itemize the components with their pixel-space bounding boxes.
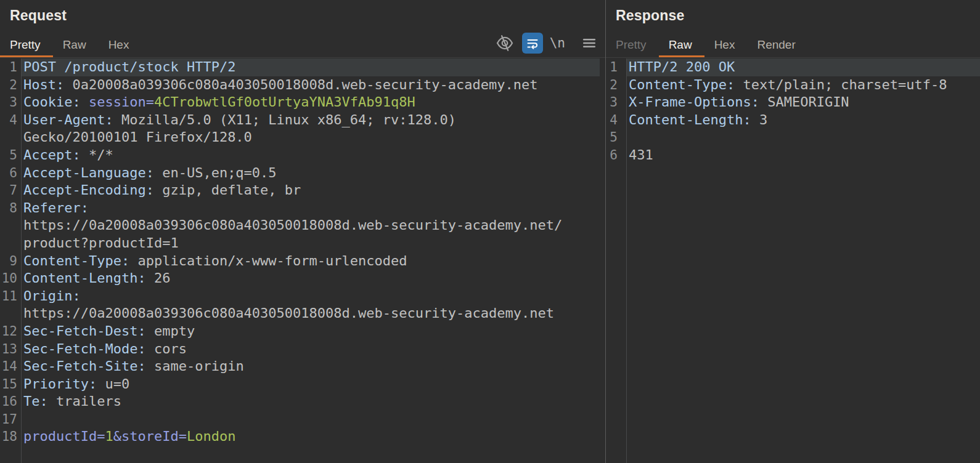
token-param: &storeId=: [113, 429, 187, 444]
request-tab-hex[interactable]: Hex: [108, 38, 129, 52]
token-val: Mozilla/5.0 (X11; Linux x86_64; rv:128.0…: [113, 112, 456, 127]
token-name: POST /product/stock HTTP/2: [23, 59, 235, 74]
line-content: Te: trailers: [22, 393, 600, 411]
token-name: Sec-Fetch-Mode:: [23, 341, 146, 356]
burp-message-viewer: { "colors": { "bg": "#2d2d2d", "accent_o…: [0, 0, 980, 463]
token-val: 431: [629, 147, 653, 163]
response-tab-pretty: Pretty: [616, 38, 647, 52]
request-toolbar: \n: [494, 33, 600, 54]
code-line: 10Content-Length: 26: [0, 270, 600, 288]
token-val: 3: [751, 112, 768, 127]
token-name: HTTP/2 200 OK: [629, 59, 735, 74]
code-line: 5: [606, 129, 980, 147]
token-val: same-origin: [146, 358, 244, 374]
request-panel: Request PrettyRawHex \n: [0, 0, 605, 463]
token-name: X-Frame-Options:: [629, 94, 759, 110]
line-number: 9: [0, 252, 22, 270]
response-tab-hex[interactable]: Hex: [714, 38, 735, 52]
line-number: 5: [0, 147, 22, 164]
line-content: Cookie: session=4CTrobwtlGf0otUrtyaYNA3V…: [22, 94, 600, 111]
line-number: 18: [0, 428, 22, 446]
menu-icon[interactable]: [579, 33, 600, 54]
token-param: session=: [89, 94, 154, 110]
token-val: */*: [81, 147, 113, 163]
line-content: Origin:: [22, 288, 600, 305]
code-line: 12Sec-Fetch-Dest: empty: [0, 323, 600, 340]
line-number: 5: [606, 129, 627, 147]
line-number: 3: [606, 94, 627, 111]
line-content: Sec-Fetch-Mode: cors: [22, 340, 600, 358]
line-number: 2: [0, 76, 22, 94]
token-str: London: [187, 429, 235, 444]
token-name: Te:: [23, 393, 48, 409]
token-val: en-US,en;q=0.5: [154, 165, 277, 180]
line-content: User-Agent: Mozilla/5.0 (X11; Linux x86_…: [22, 111, 600, 129]
response-header: Response PrettyRawHexRender: [606, 0, 980, 58]
code-line: 1POST /product/stock HTTP/2: [0, 58, 600, 76]
line-content: Content-Type: text/plain; charset=utf-8: [627, 76, 980, 94]
token-val: empty: [146, 323, 195, 339]
line-content: Content-Length: 3: [627, 111, 980, 129]
code-line: https://0a20008a039306c080a403050018008d…: [0, 305, 600, 323]
line-content: Sec-Fetch-Dest: empty: [22, 323, 600, 340]
line-content: Accept-Encoding: gzip, deflate, br: [22, 182, 600, 199]
newline-icon[interactable]: \n: [549, 33, 566, 54]
token-val: 26: [146, 270, 171, 286]
line-number: 7: [0, 182, 22, 199]
response-tab-raw[interactable]: Raw: [669, 38, 692, 52]
request-editor[interactable]: 1POST /product/stock HTTP/22Host: 0a2000…: [0, 58, 600, 463]
line-number: 8: [0, 199, 22, 217]
request-tab-pretty[interactable]: Pretty: [10, 38, 41, 52]
response-panel: Response PrettyRawHexRender 1HTTP/2 200 …: [606, 0, 980, 463]
line-number: 1: [606, 58, 627, 76]
code-line: 5Accept: */*: [0, 147, 600, 164]
token-name: Content-Type:: [23, 253, 129, 268]
token-val: cors: [146, 341, 187, 356]
token-val: https://0a20008a039306c080a403050018008d…: [23, 305, 554, 321]
line-content: 431: [627, 147, 980, 164]
line-content: X-Frame-Options: SAMEORIGIN: [627, 94, 980, 111]
code-line: 3Cookie: session=4CTrobwtlGf0otUrtyaYNA3…: [0, 94, 600, 111]
token-val: SAMEORIGIN: [759, 94, 849, 110]
line-number: 6: [0, 164, 22, 182]
line-number: [0, 235, 22, 252]
word-wrap-icon[interactable]: [522, 33, 543, 54]
line-content: Accept: */*: [22, 147, 600, 164]
token-val: application/x-www-form-urlencoded: [129, 253, 407, 268]
line-content: Priority: u=0: [22, 376, 600, 393]
line-number: 3: [0, 94, 22, 111]
line-number: 10: [0, 270, 22, 288]
line-number: [0, 217, 22, 235]
code-line: 9Content-Type: application/x-www-form-ur…: [0, 252, 600, 270]
token-val: https://0a20008a039306c080a403050018008d…: [23, 217, 562, 233]
response-tab-render[interactable]: Render: [757, 38, 795, 52]
line-content: Gecko/20100101 Firefox/128.0: [22, 129, 600, 147]
token-name: Content-Length:: [23, 270, 146, 286]
code-line: product?productId=1: [0, 235, 600, 252]
response-editor[interactable]: 1HTTP/2 200 OK2Content-Type: text/plain;…: [606, 58, 980, 463]
token-name: Cookie:: [23, 94, 81, 110]
code-line: 16Te: trailers: [0, 393, 600, 411]
token-val: [81, 94, 89, 110]
code-line: 2Content-Type: text/plain; charset=utf-8: [606, 76, 980, 94]
line-content: Accept-Language: en-US,en;q=0.5: [22, 164, 600, 182]
line-number: 4: [606, 111, 627, 129]
token-val: gzip, deflate, br: [154, 182, 301, 198]
token-name: Accept-Encoding:: [23, 182, 154, 198]
line-number: 6: [606, 147, 627, 164]
hide-eye-icon[interactable]: [494, 33, 515, 54]
token-name: Host:: [23, 77, 64, 92]
request-tab-raw[interactable]: Raw: [63, 38, 86, 52]
request-panel-title: Request: [10, 7, 67, 24]
code-line: 2Host: 0a20008a039306c080a403050018008d.…: [0, 76, 600, 94]
line-content: Referer:: [22, 199, 600, 217]
line-number: 1: [0, 58, 22, 76]
token-param: productId=: [23, 429, 105, 444]
line-number: 14: [0, 358, 22, 376]
token-name: User-Agent:: [23, 112, 113, 127]
code-line: 6431: [606, 147, 980, 164]
code-line: https://0a20008a039306c080a403050018008d…: [0, 217, 600, 235]
request-tab-bar: PrettyRawHex: [10, 33, 129, 57]
code-line: 4User-Agent: Mozilla/5.0 (X11; Linux x86…: [0, 111, 600, 129]
token-val: trailers: [48, 393, 121, 409]
